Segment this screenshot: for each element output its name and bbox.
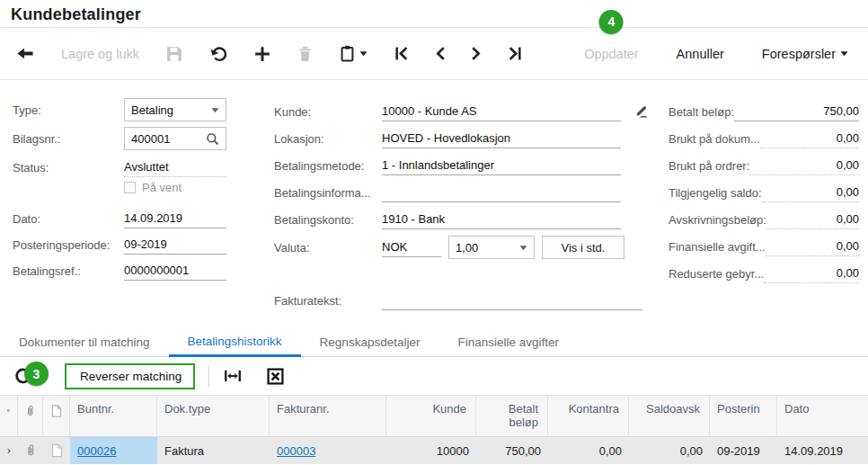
next-record-icon[interactable] [471, 46, 483, 61]
paymentref-label: Betalingsref.: [13, 264, 124, 278]
type-select[interactable]: Betaling [124, 98, 226, 121]
column-header-kunde[interactable]: Kunde [386, 396, 476, 436]
add-icon[interactable] [254, 46, 270, 62]
date-field[interactable]: 14.09.2019 [124, 209, 226, 228]
chevron-down-icon [519, 245, 527, 251]
notes-column-icon[interactable] [43, 396, 70, 436]
period-field[interactable]: 09-2019 [124, 235, 226, 255]
search-icon [206, 132, 219, 146]
payment-info-label: Betalingsinforma... [274, 186, 382, 200]
invoice-link[interactable]: 000003 [277, 444, 315, 458]
payment-account-field[interactable]: 1910 - Bank [382, 210, 621, 229]
pa-vent-label: På vent [142, 181, 182, 194]
writeoff-amount-label: Avskrivningsbeløp: [669, 213, 766, 227]
attachments-column-icon[interactable] [18, 396, 43, 436]
paymentref-value: 0000000001 [124, 264, 189, 277]
column-header-betalt-belop[interactable]: Betalt beløp [476, 396, 548, 436]
table-row[interactable]: 000026 Faktura 000003 10000 750,00 0,00 … [0, 437, 868, 464]
form-column-left: Type: Betaling Bilagsnr.: 400001 Status:… [13, 98, 244, 281]
writeoff-amount-value: 0,00 [766, 210, 859, 229]
tab-regnskapsdetaljer[interactable]: Regnskapsdetaljer [301, 328, 439, 356]
title-bar: Kundebetalinger [0, 0, 868, 28]
batch-link[interactable]: 000026 [77, 444, 116, 458]
pa-vent-checkbox[interactable] [124, 182, 136, 193]
tab-dokumenter-til-matching[interactable]: Dokumenter til matching [0, 328, 169, 356]
toolbar-separator [208, 365, 209, 387]
payment-info-field[interactable] [382, 183, 621, 202]
payment-account-value: 1910 - Bank [382, 212, 445, 226]
finance-charges-value: 0,00 [766, 237, 859, 256]
invoice-text-field[interactable] [382, 291, 642, 310]
row-note-icon[interactable] [43, 437, 70, 464]
customer-label: Kunde: [274, 105, 382, 119]
save-icon [166, 46, 182, 62]
column-header-fakturanr[interactable]: Fakturanr. [270, 396, 386, 436]
prev-record-icon[interactable] [434, 46, 446, 61]
paymentref-field[interactable]: 0000000001 [124, 261, 226, 281]
reverse-matching-button[interactable]: Reverser matching [65, 363, 195, 389]
fit-width-icon[interactable] [224, 368, 242, 384]
type-label: Type: [13, 103, 124, 117]
payment-method-label: Betalingsmetode: [274, 159, 382, 173]
cell-posteringsperiode: 09-2019 [710, 437, 777, 464]
column-header-buntnr[interactable]: Buntnr. [70, 396, 157, 436]
back-icon[interactable] [16, 47, 34, 60]
cell-dato: 14.09.2019 [777, 437, 868, 464]
chevron-down-icon [211, 107, 219, 113]
view-base-button[interactable]: Vis i std. [542, 236, 624, 259]
customer-field[interactable]: 10000 - Kunde AS [382, 102, 621, 121]
column-header-dato[interactable]: Dato [777, 396, 868, 436]
rate-select[interactable]: 1,00 [448, 236, 535, 259]
edit-pencil-icon[interactable] [633, 104, 649, 119]
column-header-saldoavskrivning[interactable]: Saldoavsk [629, 396, 710, 436]
location-field[interactable]: HOVED - Hovedlokasjon [382, 129, 621, 148]
period-value: 09-2019 [124, 237, 167, 251]
date-label: Dato: [13, 212, 124, 226]
export-excel-icon[interactable] [267, 368, 284, 385]
paste-dropdown-icon[interactable] [340, 45, 368, 62]
page-title: Kundebetalinger [11, 5, 857, 24]
grid-settings-icon[interactable] [0, 396, 18, 436]
cell-betalt-belop: 750,00 [476, 437, 548, 464]
detail-tabs: Dokumenter til matching Betalingshistori… [0, 328, 868, 357]
first-record-icon[interactable] [394, 46, 409, 61]
tab-betalingshistorikk[interactable]: Betalingshistorikk [169, 328, 301, 357]
currency-label: Valuta: [274, 241, 382, 255]
finance-charges-label: Finansielle avgift... [669, 240, 766, 254]
payment-history-grid: Buntnr. Dok.type Fakturanr. Kunde Betalt… [0, 395, 868, 464]
available-balance-label: Tilgjengelig saldo: [669, 186, 762, 200]
period-label: Posteringsperiode: [13, 238, 124, 252]
type-value: Betaling [131, 103, 173, 117]
annotation-badge-4: 4 [599, 10, 624, 34]
cell-saldoavskrivning: 0,00 [629, 437, 710, 464]
rate-value: 1,00 [456, 241, 478, 255]
cell-buntnr[interactable]: 000026 [70, 437, 157, 464]
tab-finansielle-avgifter[interactable]: Finansielle avgifter [438, 328, 578, 356]
refnbr-label: Bilagsnr.: [13, 132, 124, 146]
column-header-doktype[interactable]: Dok.type [157, 396, 270, 436]
undo-icon[interactable] [209, 46, 227, 62]
grid-toolbar: 3 Reverser matching [0, 357, 868, 395]
refnbr-input[interactable]: 400001 [124, 127, 226, 150]
column-header-posteringsperiode[interactable]: Posterin [710, 396, 777, 436]
paid-amount-value[interactable]: 750,00 [734, 102, 859, 121]
customer-value: 10000 - Kunde AS [382, 104, 477, 118]
column-header-kontantrabatt[interactable]: Kontantra [548, 396, 629, 436]
reduced-fees-label: Reduserte gebyr... [669, 267, 764, 281]
cancel-button[interactable]: Annuller [677, 47, 724, 61]
update-button: Oppdater [584, 47, 638, 61]
cell-fakturanr[interactable]: 000003 [270, 437, 386, 464]
row-attachment-icon[interactable] [18, 437, 43, 464]
payment-method-value: 1 - Innlandsbetalinger [382, 158, 494, 172]
last-record-icon[interactable] [508, 46, 522, 61]
applied-to-orders-label: Brukt på ordrer: [669, 159, 749, 173]
payment-method-field[interactable]: 1 - Innlandsbetalinger [382, 156, 621, 175]
location-label: Lokasjon: [274, 132, 382, 146]
currency-field[interactable]: NOK [382, 237, 441, 257]
cell-kunde: 10000 [386, 437, 476, 464]
cell-doktype: Faktura [157, 437, 270, 464]
update-button-wrap: 4 Oppdater [584, 47, 638, 61]
applied-to-docs-value: 0,00 [760, 129, 859, 148]
inquiries-menu[interactable]: Forespørsler [762, 47, 848, 61]
paid-amount-label: Betalt beløp: [669, 105, 734, 119]
